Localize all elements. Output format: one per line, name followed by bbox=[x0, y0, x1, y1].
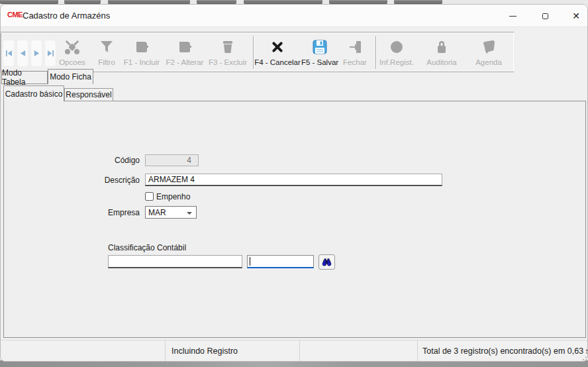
trash-icon bbox=[220, 38, 235, 56]
toolbar-button-label: F3 - Excluir bbox=[209, 58, 247, 66]
toolbar-button-agenda[interactable]: Agenda bbox=[459, 38, 518, 66]
add-record-icon bbox=[134, 38, 150, 56]
tab-label: Modo Tabela bbox=[2, 68, 47, 87]
tab-label: Cadastro básico bbox=[5, 89, 63, 99]
nav-first-button[interactable] bbox=[3, 40, 15, 67]
tab-label: Responsável bbox=[66, 90, 111, 99]
classificacao-busca-input[interactable] bbox=[247, 255, 314, 268]
toolbar-button-label: Fechar bbox=[343, 58, 367, 66]
nav-prev-button[interactable] bbox=[17, 40, 28, 67]
classificacao-codigo-input[interactable] bbox=[108, 255, 242, 268]
empresa-label: Empresa bbox=[54, 208, 140, 217]
first-record-icon bbox=[5, 50, 13, 57]
app-logo: CME bbox=[7, 11, 23, 19]
tab-cadastro-basico[interactable]: Cadastro básico bbox=[3, 85, 64, 101]
cancel-x-icon bbox=[271, 38, 283, 56]
search-lookup-button[interactable] bbox=[318, 254, 335, 270]
edit-record-icon bbox=[177, 38, 193, 56]
binoculars-icon bbox=[321, 258, 332, 266]
toolbar-button-label: Inf.Regist. bbox=[379, 58, 414, 66]
record-count-status: Total de 3 registro(s) encontrado(s) em … bbox=[422, 346, 588, 356]
descricao-input[interactable] bbox=[145, 174, 442, 186]
nav-next-button[interactable] bbox=[30, 40, 42, 67]
exit-door-icon bbox=[348, 38, 362, 56]
toolbar-button-label: Auditoria bbox=[426, 58, 456, 66]
classificacao-contabil-label: Classificação Contábil bbox=[108, 243, 186, 252]
maximize-icon bbox=[542, 13, 548, 19]
maximize-button[interactable] bbox=[531, 5, 559, 27]
statusbar-separator bbox=[165, 341, 166, 362]
agenda-icon bbox=[481, 38, 497, 56]
empresa-selected-value: MAR bbox=[148, 208, 166, 217]
next-record-icon bbox=[33, 50, 40, 57]
titlebar[interactable]: CME Cadastro de Armazéns ✕ bbox=[1, 5, 587, 27]
empenho-label: Empenho bbox=[156, 192, 190, 201]
tab-modo-tabela[interactable]: Modo Tabela bbox=[1, 71, 48, 84]
toolbar-button-label: F1 - Incluir bbox=[124, 58, 160, 66]
text-caret bbox=[250, 257, 250, 266]
resize-grip[interactable] bbox=[580, 354, 587, 360]
padlock-icon bbox=[434, 38, 449, 56]
empresa-select[interactable]: MAR bbox=[145, 206, 197, 219]
codigo-input bbox=[145, 154, 199, 166]
statusbar-separator bbox=[299, 341, 300, 362]
codigo-label: Código bbox=[54, 156, 140, 165]
close-icon: ✕ bbox=[572, 11, 580, 21]
minimize-button[interactable] bbox=[499, 5, 526, 27]
close-button[interactable]: ✕ bbox=[562, 5, 588, 27]
minimize-icon bbox=[509, 16, 516, 17]
tab-modo-ficha[interactable]: Modo Ficha bbox=[48, 69, 93, 84]
form-panel bbox=[3, 101, 586, 338]
chevron-down-icon bbox=[187, 212, 192, 215]
tab-label: Modo Ficha bbox=[50, 72, 91, 81]
tab-responsavel[interactable]: Responsável bbox=[64, 88, 113, 101]
statusbar-separator bbox=[417, 341, 418, 362]
toolbar-button-label: Agenda bbox=[475, 58, 502, 66]
descricao-label: Descrição bbox=[54, 176, 140, 185]
record-info-icon bbox=[389, 38, 404, 56]
empenho-checkbox[interactable] bbox=[145, 192, 154, 201]
app-window: CME Cadastro de Armazéns ✕ Opcoes Filtro… bbox=[0, 4, 588, 362]
status-message: Incluindo Registro bbox=[172, 346, 238, 356]
previous-record-icon bbox=[19, 50, 26, 57]
window-title: Cadastro de Armazéns bbox=[23, 11, 110, 21]
status-bar: Incluindo Registro Total de 3 registro(s… bbox=[1, 340, 588, 362]
